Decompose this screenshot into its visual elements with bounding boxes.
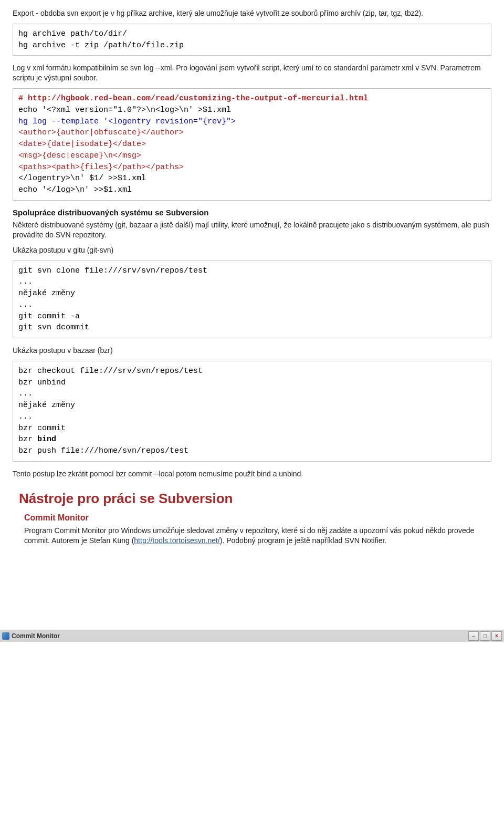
code-block-git-svn: git svn clone file:///srv/svn/repos/test… [13,261,491,339]
code-line: bzr checkout file:///srv/svn/repos/test [18,366,486,377]
document-page: Export - obdoba svn export je v hg příka… [0,0,504,556]
heading-spoluprace: Spolupráce distribuovaných systému se Su… [13,208,491,217]
code-block-bzr: bzr checkout file:///srv/svn/repos/testb… [13,361,491,462]
paragraph-spoluprace: Některé distribuované systémy (git, baza… [13,220,491,240]
paragraph-export-intro: Export - obdoba svn export je v hg příka… [13,8,491,18]
code-block-archive: hg archive path/to/dir/hg archive -t zip… [13,24,491,56]
code-line: ... [18,388,486,400]
paragraph-tento-postup: Tento postup lze zkrátit pomocí bzr comm… [13,469,491,479]
window-titlebar: Commit Monitor – □ × [0,630,504,642]
code-line: hg archive path/to/dir/ [18,28,486,40]
subheading-commit-monitor: Commit Monitor [24,513,491,523]
code-line: ... [18,276,486,288]
code-line: nějaké změny [18,288,486,299]
text-cm-part2: ). Podobný program je ještě například SV… [220,536,387,545]
code-line: <msg>{desc|escape}\n</msg> [18,150,486,162]
code-line: echo '<?xml version="1.0"?>\n<log>\n' >$… [18,105,486,116]
code-line: git svn dcommit [18,322,486,334]
code-line: ... [18,411,486,423]
code-line: git commit -a [18,311,486,322]
code-line: echo '</log>\n' >>$1.xml [18,184,486,196]
window-title: Commit Monitor [12,632,60,640]
code-line: # http://hgbook.red-bean.com/read/custom… [18,93,486,105]
code-line: <author>{author|obfuscate}</author> [18,127,486,139]
titlebar-left: Commit Monitor [2,632,60,640]
paragraph-ukazka-bzr: Ukázka postupu v bazaar (bzr) [13,346,491,356]
code-line: bzr unbind [18,377,486,389]
maximize-button[interactable]: □ [480,631,490,641]
paragraph-ukazka-git: Ukázka postupu v gitu (git-svn) [13,245,491,255]
minimize-button[interactable]: – [468,631,479,641]
code-line: <date>{date|isodate}</date> [18,139,486,150]
code-line: <paths><path>{files}</path></paths> [18,162,486,173]
heading-nastroje: Nástroje pro práci se Subversion [19,491,491,507]
code-line: bzr bind [18,434,486,445]
code-line: bzr commit [18,423,486,434]
code-line: </logentry>\n' $1/ >>$1.xml [18,173,486,184]
titlebar-controls: – □ × [468,631,502,641]
code-line: hg archive -t zip /path/to/file.zip [18,40,486,51]
code-block-log-template: # http://hgbook.red-bean.com/read/custom… [13,88,491,201]
subsection-commit-monitor: Commit Monitor Program Commit Monitor pr… [13,513,491,546]
code-line: git svn clone file:///srv/svn/repos/test [18,265,486,277]
link-tortoisesvn[interactable]: http://tools.tortoisesvn.net/ [134,536,219,545]
close-button[interactable]: × [491,631,502,641]
code-line: nějaké změny [18,400,486,411]
paragraph-log-xml: Log v xml formátu kompatibilním se svn l… [13,63,491,83]
code-line: hg log --template '<logentry revision="{… [18,116,486,128]
code-keyword-bind: bind [37,435,56,444]
code-line: bzr push file:///home/svn/repos/test [18,445,486,457]
paragraph-commit-monitor: Program Commit Monitor pro Windows umožň… [24,526,491,546]
app-icon [2,632,9,640]
code-line: ... [18,299,486,311]
